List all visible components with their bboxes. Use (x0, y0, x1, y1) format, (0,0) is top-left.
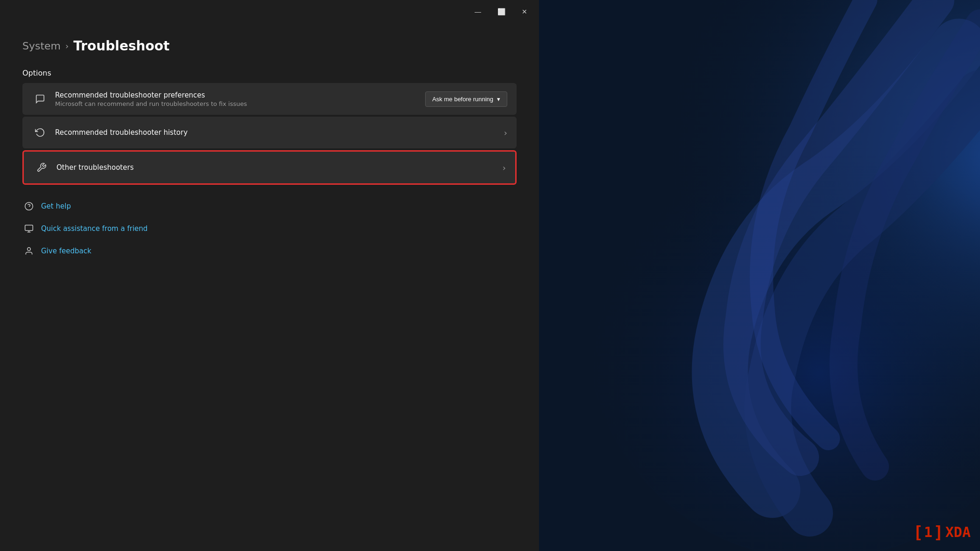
breadcrumb-system[interactable]: System (22, 40, 61, 52)
get-help-icon (22, 200, 35, 213)
option-recommended-preferences[interactable]: Recommended troubleshooter preferences M… (22, 83, 517, 115)
quick-assistance-icon (22, 222, 35, 235)
dropdown-label: Ask me before running (432, 96, 493, 103)
breadcrumb-arrow: › (65, 41, 69, 51)
xda-logo: [ 1 ] XDA (913, 523, 971, 542)
minimize-button[interactable]: — (467, 4, 489, 19)
give-feedback-icon (22, 244, 35, 258)
option-other-title: Other troubleshooters (56, 163, 503, 172)
option-other-right: › (503, 163, 506, 173)
option-other-troubleshooters[interactable]: Other troubleshooters › (22, 150, 517, 185)
breadcrumb-current: Troubleshoot (73, 38, 169, 54)
wallpaper-background: [ 1 ] XDA (539, 0, 980, 551)
xda-text: XDA (945, 524, 971, 540)
svg-point-5 (28, 248, 31, 251)
option-preferences-subtitle: Microsoft can recommend and run troubles… (55, 100, 425, 107)
xda-one: 1 (924, 524, 932, 540)
option-other-text: Other troubleshooters (56, 163, 503, 172)
get-help-label: Get help (41, 202, 71, 210)
options-list: Recommended troubleshooter preferences M… (22, 83, 517, 185)
history-icon (32, 124, 49, 141)
quick-assistance-link[interactable]: Quick assistance from a friend (22, 222, 517, 235)
dropdown-chevron-icon: ▾ (497, 96, 500, 103)
svg-rect-2 (25, 225, 33, 231)
history-chevron-icon: › (504, 128, 507, 138)
options-section-label: Options (22, 69, 517, 77)
wallpaper-swirl (539, 0, 980, 551)
maximize-button[interactable]: ⬜ (490, 4, 512, 19)
quick-assistance-label: Quick assistance from a friend (41, 224, 147, 233)
xda-bracket-left: [ (913, 523, 923, 542)
give-feedback-link[interactable]: Give feedback (22, 244, 517, 258)
option-preferences-title: Recommended troubleshooter preferences (55, 91, 425, 99)
links-section: Get help Quick assistance from a friend (22, 200, 517, 258)
xda-bracket-right: ] (933, 523, 944, 542)
preferences-dropdown[interactable]: Ask me before running ▾ (425, 91, 507, 107)
get-help-link[interactable]: Get help (22, 200, 517, 213)
message-icon (32, 91, 49, 107)
close-button[interactable]: ✕ (514, 4, 535, 19)
settings-window: — ⬜ ✕ System › Troubleshoot Options Reco… (0, 0, 539, 551)
title-bar: — ⬜ ✕ (0, 0, 539, 23)
option-recommended-history[interactable]: Recommended troubleshooter history › (22, 117, 517, 148)
option-history-title: Recommended troubleshooter history (55, 128, 504, 137)
option-history-right: › (504, 128, 507, 138)
content-area: System › Troubleshoot Options Recommende… (0, 23, 539, 551)
give-feedback-label: Give feedback (41, 247, 91, 255)
other-chevron-icon: › (503, 163, 506, 173)
breadcrumb: System › Troubleshoot (22, 38, 517, 54)
option-preferences-text: Recommended troubleshooter preferences M… (55, 91, 425, 107)
wallpaper-area: [ 1 ] XDA (539, 0, 980, 551)
option-history-text: Recommended troubleshooter history (55, 128, 504, 137)
wrench-icon (33, 159, 50, 176)
svg-point-0 (25, 202, 33, 210)
option-preferences-right: Ask me before running ▾ (425, 91, 507, 107)
